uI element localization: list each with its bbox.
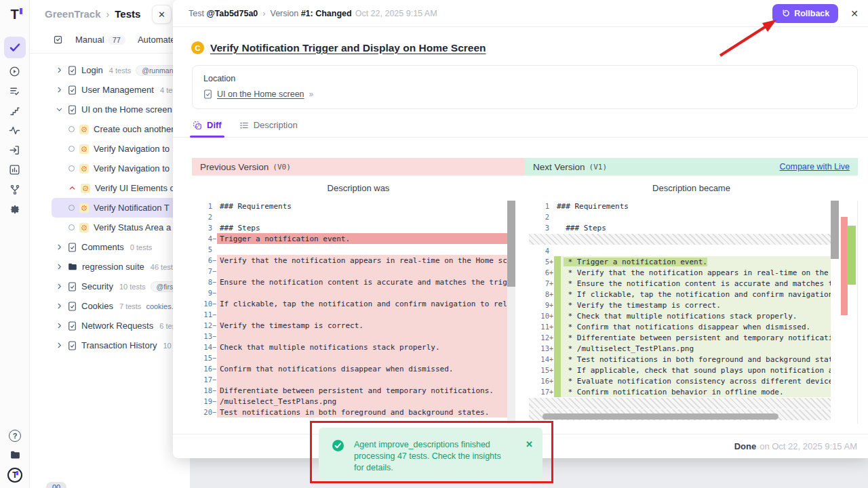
tree-suite-row[interactable]: Login4 tests@runmanu <box>30 60 190 80</box>
previous-diff-line: 1### Requirements <box>192 201 507 211</box>
status-circle-icon[interactable] <box>68 224 75 230</box>
next-diff-line: 15+ * If applicable, check that sound pl… <box>529 365 831 375</box>
chevron-right-icon[interactable] <box>56 283 63 290</box>
tree-test-row[interactable]: Create ouch another <box>30 119 190 139</box>
suite-doc-icon <box>203 89 212 99</box>
chevron-down-icon[interactable] <box>56 106 63 113</box>
version-diff-modal: Test @Tab5d75a0 › Version #1: Changed Oc… <box>173 0 868 458</box>
tab-manual[interactable]: Manual 77 <box>75 35 125 45</box>
activity-icon[interactable] <box>4 121 26 140</box>
tree-item-label: Security <box>81 281 113 291</box>
tree-suite-row[interactable]: regression suite46 tests <box>30 257 190 277</box>
breadcrumb-separator: › <box>106 9 110 20</box>
chevron-right-icon[interactable] <box>56 243 63 251</box>
select-tests-icon[interactable] <box>53 35 63 45</box>
zoom-indicator[interactable]: 00 <box>46 482 66 488</box>
sidebar-close-button[interactable]: ✕ <box>152 5 172 24</box>
chevron-right-icon[interactable] <box>56 302 63 310</box>
breadcrumb-current: Tests <box>115 8 140 20</box>
chevron-right-icon[interactable] <box>56 342 63 349</box>
previous-diff-line: 4−Trigger a notification event. <box>192 233 507 244</box>
tree-suite-row[interactable]: Comments0 tests <box>30 237 190 257</box>
tree-item-label: regression suite <box>82 262 144 272</box>
previous-diff-line: 20−Test notifications in both foreground… <box>192 407 507 418</box>
location-link[interactable]: UI on the Home screen <box>217 89 304 99</box>
tree-item-label: Verify Status Area a <box>94 222 171 232</box>
tree-suite-row[interactable]: Network Requests6 tests <box>30 316 190 336</box>
tab-diff[interactable]: Diff <box>193 120 222 137</box>
previous-diff-line: 6−Verify that the notification appears i… <box>192 255 507 266</box>
previous-diff-line: 13− <box>192 331 507 342</box>
next-diff-line: 1### Requirements <box>529 201 831 211</box>
tree-suite-row[interactable]: Cookies7 testscookies.c <box>30 296 190 316</box>
next-diff-line: 7+ * Ensure the notification content is … <box>529 278 831 289</box>
tab-description[interactable]: Description <box>239 120 298 137</box>
previous-diff-line: 7− <box>192 266 507 277</box>
diff-placeholder-hatch <box>529 234 831 245</box>
account-avatar[interactable]: T <box>4 466 26 484</box>
test-label: Test <box>189 9 204 18</box>
status-circle-icon[interactable] <box>68 146 75 152</box>
status-circle-icon[interactable] <box>68 205 75 211</box>
app-logo: T <box>6 7 24 24</box>
tree-item-label: Verify Navigation to <box>94 163 170 174</box>
next-diff-line: 10+ * Check that multiple notifications … <box>529 310 831 321</box>
tree-item-label: Transaction History <box>81 340 157 350</box>
branch-icon[interactable] <box>4 180 26 199</box>
projects-icon[interactable] <box>4 446 26 464</box>
next-diff-line: 4 <box>529 245 831 256</box>
chevron-right-icon[interactable] <box>56 322 63 329</box>
left-pane-caption: Description was <box>192 183 525 193</box>
test-id[interactable]: @Tab5d75a0 <box>206 9 258 18</box>
tree-item-label: Create ouch another <box>94 124 174 134</box>
left-pane-scrollbar[interactable] <box>507 201 515 424</box>
doc-icon <box>68 341 77 350</box>
tree-test-row[interactable]: Verify Status Area a <box>30 218 190 237</box>
spark-icon <box>79 164 89 174</box>
tests-icon[interactable] <box>4 37 26 58</box>
right-pane-hscrollbar[interactable] <box>542 413 778 420</box>
next-diff-line: 11+ * Confirm that notifications disappe… <box>529 321 831 332</box>
help-icon[interactable]: ? <box>4 426 26 445</box>
chevron-right-icon[interactable] <box>56 66 63 74</box>
modal-close-icon[interactable]: ✕ <box>850 8 859 19</box>
chevron-right-icon[interactable] <box>56 86 63 94</box>
tree-suite-row[interactable]: Security10 tests@first <box>30 277 190 296</box>
tree-item-label: Verify Navigation to <box>94 144 170 154</box>
status-circle-icon[interactable] <box>68 126 75 132</box>
import-icon[interactable] <box>4 141 26 159</box>
test-lists-icon[interactable] <box>4 82 26 100</box>
chevron-right-icon[interactable] <box>56 263 63 270</box>
breadcrumb-app[interactable]: GreenTrack <box>45 8 101 20</box>
collapse-caret-icon[interactable] <box>68 184 76 192</box>
previous-diff-line: 12−Verify the timestamp is correct. <box>192 320 507 331</box>
next-version-pane: 1### Requirements23 ### Steps45+ * Trigg… <box>529 201 858 424</box>
steps-icon[interactable] <box>4 102 26 120</box>
tree-test-row[interactable]: Verify Navigation to <box>30 139 190 159</box>
tree-item-label: UI on the Home screen <box>81 104 172 115</box>
tree-suite-row[interactable]: Transaction History10 tests <box>30 336 190 355</box>
tree-suite-row[interactable]: User Management4 tests <box>30 80 190 100</box>
tree-test-row[interactable]: Verify UI Elements o <box>30 178 190 198</box>
next-diff-line: 6+ * Verify that the notification appear… <box>529 267 831 278</box>
annotation-arrow <box>678 14 787 68</box>
previous-version-header: Previous Version (V0) <box>192 158 525 176</box>
tree-test-row[interactable]: Verify Navigation to <box>30 159 190 178</box>
previous-diff-line: 15− <box>192 352 507 363</box>
next-diff-line: 17+ * Confirm notification behavior in o… <box>529 386 831 397</box>
runs-icon[interactable] <box>4 62 26 81</box>
settings-icon[interactable] <box>4 200 26 218</box>
status-circle-icon[interactable] <box>68 165 75 171</box>
tree-test-row[interactable]: Verify Notification T <box>52 198 190 218</box>
test-title[interactable]: Verify Notification Trigger and Display … <box>210 42 486 54</box>
reports-icon[interactable] <box>4 161 26 179</box>
diff-overview-added-marker <box>847 226 856 285</box>
location-arrow: » <box>309 89 314 99</box>
doc-icon <box>68 282 77 291</box>
right-pane-scrollbar[interactable] <box>831 201 839 424</box>
tree-suite-row[interactable]: UI on the Home screen <box>30 100 190 119</box>
compare-with-live-link[interactable]: Compare with Live <box>779 162 850 171</box>
spark-icon <box>81 184 90 193</box>
folder-icon <box>68 262 77 271</box>
next-diff-line: 14+ * Test notifications in both foregro… <box>529 354 831 365</box>
